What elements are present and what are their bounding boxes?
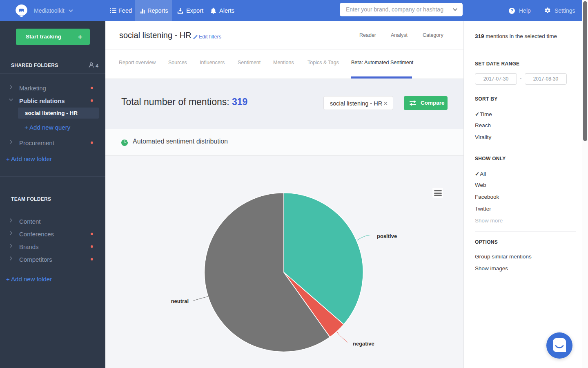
svg-text:neutral: neutral (171, 298, 189, 304)
svg-text:negative: negative (353, 341, 374, 347)
svg-text:?: ? (510, 9, 513, 13)
svg-text:positive: positive (377, 233, 397, 239)
